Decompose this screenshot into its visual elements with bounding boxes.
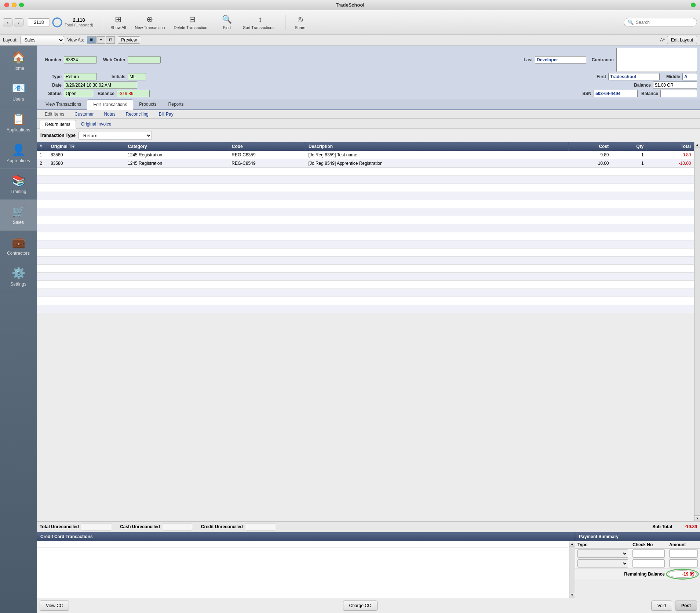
table-row-empty <box>37 224 694 232</box>
sidebar-label-training: Training <box>11 189 26 194</box>
inner-tab-original-invoice[interactable]: Original Invoice <box>76 120 117 128</box>
ssn-input[interactable] <box>594 90 638 97</box>
sidebar-item-sales[interactable]: 🛒 Sales <box>0 200 37 231</box>
transaction-type-select[interactable]: Return <box>79 131 152 140</box>
initials-input[interactable] <box>128 73 146 80</box>
inner-tab-return-items[interactable]: Return Items <box>40 120 76 129</box>
sidebar-item-apprentices[interactable]: 👤 Apprentices <box>0 138 37 169</box>
payment-type-select-1[interactable] <box>577 549 628 558</box>
view-list-button[interactable]: ≡ <box>96 36 105 44</box>
sub-tab-bill-pay[interactable]: Bill Pay <box>154 110 179 118</box>
post-button[interactable]: Post <box>675 601 697 611</box>
table-row-empty <box>37 184 694 192</box>
number-input[interactable] <box>64 56 97 64</box>
back-button[interactable]: ‹ <box>3 18 12 26</box>
total-unreconciled-input[interactable] <box>82 523 111 530</box>
search-input[interactable] <box>636 20 693 25</box>
payment-panel-header: Payment Summary <box>575 532 700 541</box>
contractor-box[interactable] <box>616 48 697 72</box>
users-icon: 📧 <box>12 81 25 94</box>
close-button[interactable] <box>4 3 9 7</box>
sort-transactions-button[interactable]: ↕ Sort Transactions... <box>239 13 281 31</box>
delete-transaction-label: Delete Transaction... <box>174 25 211 30</box>
sub-tab-reconciling[interactable]: Reconciling <box>121 110 154 118</box>
find-button[interactable]: 🔍 Find <box>216 13 238 31</box>
minimize-button[interactable] <box>12 3 17 7</box>
tab-products[interactable]: Products <box>133 99 162 109</box>
tab-view-transactions[interactable]: View Transactions <box>40 99 87 109</box>
record-number-input[interactable] <box>28 18 50 26</box>
payment-type-select-2[interactable] <box>577 559 628 567</box>
sidebar-item-applications[interactable]: 📋 Applications <box>0 107 37 138</box>
balance-neg-input[interactable] <box>117 90 150 97</box>
home-icon: 🏠 <box>12 51 25 64</box>
table-row-empty <box>37 208 694 216</box>
layout-select[interactable]: Sales <box>20 36 64 44</box>
balance-right-input[interactable] <box>660 90 697 97</box>
scroll-down-btn[interactable]: ▼ <box>694 515 700 521</box>
forward-button[interactable]: › <box>14 18 23 26</box>
payment-checkno-input-2[interactable] <box>632 559 665 567</box>
col-total: Total <box>647 142 694 151</box>
search-bar[interactable]: 🔍 <box>624 18 697 26</box>
sidebar-label-home: Home <box>12 66 24 71</box>
share-button[interactable]: ⎋ Share <box>289 13 311 31</box>
last-input[interactable] <box>535 56 586 64</box>
delete-transaction-button[interactable]: ⊟ Delete Transaction... <box>170 13 214 31</box>
scroll-up-btn[interactable]: ▲ <box>694 142 700 148</box>
table-row-empty <box>37 249 694 257</box>
middle-input[interactable] <box>682 73 697 80</box>
maximize-button[interactable] <box>19 3 24 7</box>
show-all-button[interactable]: ⊞ Show All <box>107 13 130 31</box>
date-input[interactable] <box>64 81 137 89</box>
web-order-input[interactable] <box>128 56 161 64</box>
sidebar-item-training[interactable]: 📚 Training <box>0 169 37 200</box>
sidebar-item-users[interactable]: 📧 Users <box>0 76 37 107</box>
view-table-button[interactable]: ⊞ <box>87 36 96 44</box>
cell-cost: 9.89 <box>568 151 612 159</box>
view-grid-button[interactable]: ⊟ <box>106 36 115 44</box>
cc-scrollbar[interactable]: ▲ ▼ <box>569 541 575 598</box>
sidebar-item-settings[interactable]: ⚙️ Settings <box>0 261 37 292</box>
table-row[interactable]: 1 83580 1245 Registration REG-C8359 [Jo … <box>37 151 694 159</box>
table-row[interactable]: 2 83580 1245 Registration REG-C8549 [Jo … <box>37 159 694 168</box>
payment-amount-1 <box>667 549 700 559</box>
void-button[interactable]: Void <box>651 601 672 611</box>
expand-icon[interactable] <box>691 3 696 7</box>
payment-checkno-header: Check No <box>630 541 667 549</box>
payment-checkno-input-1[interactable] <box>632 549 665 558</box>
credit-unreconciled-input[interactable] <box>246 523 275 530</box>
tab-reports[interactable]: Reports <box>163 99 190 109</box>
sidebar-item-contractors[interactable]: 💼 Contractors <box>0 231 37 261</box>
table-scroll-inner[interactable]: # Original TR Category Code Description … <box>37 142 694 521</box>
col-code: Code <box>229 142 305 151</box>
tab-edit-transactions[interactable]: Edit Transactions <box>87 99 133 110</box>
type-input[interactable] <box>64 73 97 80</box>
table-row-empty <box>37 265 694 273</box>
sidebar-label-contractors: Contractors <box>7 251 30 256</box>
view-cc-button[interactable]: View CC <box>40 601 69 611</box>
table-scrollbar[interactable]: ▲ ▼ <box>694 142 700 521</box>
new-transaction-button[interactable]: ⊕ New Transaction <box>131 13 168 31</box>
cell-description: [Jo Reg 8359] Test name <box>306 151 569 159</box>
sidebar-label-applications: Applications <box>7 127 30 133</box>
cell-total: -9.89 <box>647 151 694 159</box>
charge-cc-button[interactable]: Charge CC <box>343 601 378 611</box>
sub-tab-notes[interactable]: Notes <box>99 110 120 118</box>
transaction-type-row: Transaction Type Return <box>37 129 700 142</box>
cash-unreconciled-input[interactable] <box>163 523 192 530</box>
edit-layout-button[interactable]: Edit Layout <box>667 36 697 44</box>
cc-scroll-up[interactable]: ▲ <box>569 541 575 547</box>
payment-amount-input-1[interactable] <box>669 549 698 558</box>
cc-scroll-down[interactable]: ▼ <box>569 592 575 598</box>
payment-amount-input-2[interactable] <box>669 559 698 567</box>
font-size-icon: Aᴬ <box>660 37 665 43</box>
sub-tab-edit-items[interactable]: Edit Items <box>40 110 69 118</box>
preview-button[interactable]: Preview <box>118 36 140 44</box>
balance-top-input[interactable] <box>653 81 697 89</box>
remaining-balance-label: Remaining Balance <box>624 572 665 577</box>
sub-tab-customer[interactable]: Customer <box>69 110 99 118</box>
first-input[interactable] <box>608 73 660 80</box>
status-input[interactable] <box>64 90 93 97</box>
sidebar-item-home[interactable]: 🏠 Home <box>0 46 37 76</box>
